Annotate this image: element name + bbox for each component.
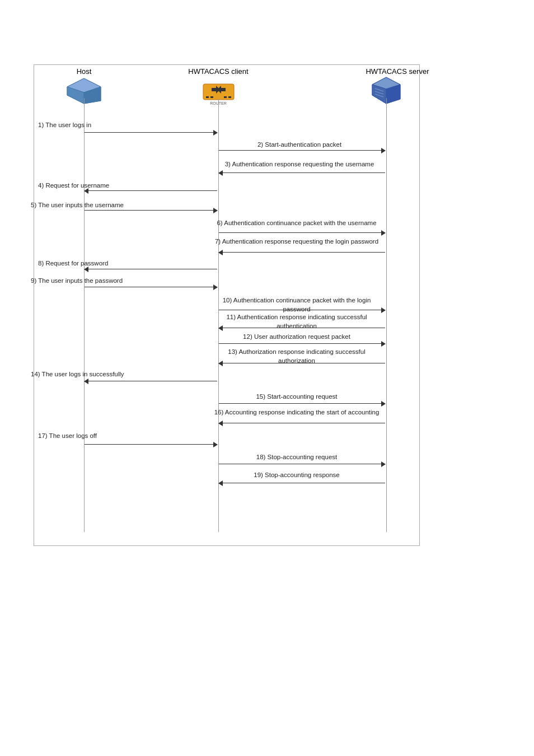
step-15-arrow [219,403,385,404]
step-8-label: 8) Request for password [38,259,108,268]
step-11-arrow [219,328,385,328]
step-13-arrow [219,363,385,363]
step-2-label: 2) Start-authentication packet [224,140,375,149]
svg-rect-11 [228,96,231,98]
step-17-label: 17) The user logs off [38,431,97,440]
host-lifeline [84,98,85,532]
step-10-label: 10) Authentication continuance packet wi… [210,296,383,314]
step-19-label: 19) Stop-accounting response [213,470,381,479]
step-19-arrow [219,483,385,483]
step-9-label: 9) The user inputs the password [31,276,123,285]
step-10-arrow [219,310,385,310]
step-3-arrow [219,172,385,173]
step-12-arrow [219,343,385,344]
step-9-arrow [85,287,217,287]
step-6-label: 6) Authentication continuance packet wit… [213,218,381,227]
step-18-arrow [219,464,385,464]
step-14-label: 14) The user logs in successfully [31,370,124,379]
step-4-label: 4) Request for username [38,181,109,190]
step-5-arrow [85,210,217,211]
step-7-arrow [219,252,385,253]
svg-rect-10 [224,96,227,98]
svg-rect-8 [206,96,209,98]
client-label: HWTACACS client [168,67,269,76]
step-6-arrow [219,232,385,233]
step-7-label: 7) Authentication response requesting th… [210,237,383,246]
step-12-label: 12) User authorization request packet [210,332,383,341]
host-label: Host [45,67,123,76]
step-1-arrow [85,132,217,133]
step-5-label: 5) The user inputs the username [31,200,124,209]
step-17-arrow [85,444,217,445]
step-3-label: 3) Authentication response requesting th… [210,160,389,169]
step-15-label: 15) Start-accounting request [213,392,381,401]
step-18-label: 18) Stop-accounting request [213,452,381,461]
svg-rect-9 [210,96,213,98]
step-1-label: 1) The user logs in [38,120,91,129]
server-label: HWTACACS server [347,67,448,76]
step-2-arrow [219,150,385,151]
step-8-arrow [85,269,217,269]
step-14-arrow [85,381,217,381]
step-16-label: 16) Accounting response indicating the s… [210,408,383,417]
step-16-arrow [219,423,385,423]
diagram-container: Host HWTACACS client HWTACACS server ROU… [0,0,534,756]
step-4-arrow [85,190,217,191]
